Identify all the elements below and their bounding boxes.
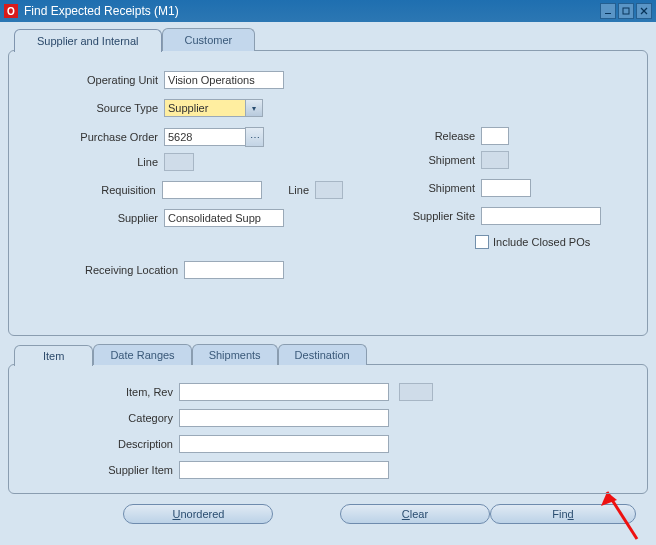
req-shipment-label: Shipment bbox=[343, 182, 481, 194]
supplier-label: Supplier bbox=[23, 212, 164, 224]
tab-destination[interactable]: Destination bbox=[278, 344, 367, 365]
purchase-order-label: Purchase Order bbox=[23, 131, 164, 143]
restore-button[interactable] bbox=[618, 3, 634, 19]
button-row: Unordered Clear Find bbox=[8, 504, 648, 524]
receiving-location-label: Receiving Location bbox=[23, 264, 184, 276]
chevron-down-icon: ▾ bbox=[252, 104, 256, 113]
description-label: Description bbox=[23, 438, 179, 450]
close-button[interactable] bbox=[636, 3, 652, 19]
supplier-site-label: Supplier Site bbox=[343, 210, 481, 222]
item-field[interactable] bbox=[179, 383, 389, 401]
po-line-label: Line bbox=[23, 156, 164, 168]
tab-item[interactable]: Item bbox=[14, 345, 93, 366]
source-type-label: Source Type bbox=[23, 102, 164, 114]
po-shipment-label: Shipment bbox=[343, 154, 481, 166]
description-field[interactable] bbox=[179, 435, 389, 453]
clear-button[interactable]: Clear bbox=[340, 504, 490, 524]
supplier-panel: Operating Unit Source Type ▾ Purchase Or… bbox=[8, 50, 648, 336]
purchase-order-field[interactable] bbox=[164, 128, 246, 146]
category-field[interactable] bbox=[179, 409, 389, 427]
top-tab-row: Supplier and Internal Customer bbox=[14, 28, 648, 51]
title-bar: O Find Expected Receipts (M1) bbox=[0, 0, 656, 22]
find-button[interactable]: Find bbox=[490, 504, 636, 524]
window-title: Find Expected Receipts (M1) bbox=[24, 4, 600, 18]
item-rev-label: Item, Rev bbox=[23, 386, 179, 398]
supplier-item-label: Supplier Item bbox=[23, 464, 179, 476]
checkbox-icon bbox=[475, 235, 489, 249]
source-type-dropdown-button[interactable]: ▾ bbox=[246, 99, 263, 117]
source-type-value[interactable] bbox=[164, 99, 246, 117]
req-shipment-field[interactable] bbox=[481, 179, 531, 197]
lower-tab-row: Item Date Ranges Shipments Destination bbox=[14, 344, 648, 365]
tab-supplier-and-internal[interactable]: Supplier and Internal bbox=[14, 29, 162, 52]
req-line-label: Line bbox=[262, 184, 315, 196]
po-shipment-field bbox=[481, 151, 509, 169]
minimize-button[interactable] bbox=[600, 3, 616, 19]
tab-date-ranges[interactable]: Date Ranges bbox=[93, 344, 191, 365]
supplier-field[interactable] bbox=[164, 209, 284, 227]
supplier-site-field[interactable] bbox=[481, 207, 601, 225]
tab-customer[interactable]: Customer bbox=[162, 28, 256, 51]
receiving-location-field[interactable] bbox=[184, 261, 284, 279]
ellipsis-icon: ⋯ bbox=[250, 132, 260, 143]
include-closed-pos-label: Include Closed POs bbox=[493, 236, 590, 248]
svg-rect-1 bbox=[623, 8, 629, 14]
req-line-field bbox=[315, 181, 343, 199]
operating-unit-label: Operating Unit bbox=[23, 74, 164, 86]
item-panel: Item, Rev Category Description Supplier … bbox=[8, 364, 648, 494]
operating-unit-field[interactable] bbox=[164, 71, 284, 89]
release-label: Release bbox=[343, 130, 481, 142]
requisition-label: Requisition bbox=[23, 184, 162, 196]
po-line-field bbox=[164, 153, 194, 171]
oracle-app-icon: O bbox=[4, 4, 18, 18]
tab-shipments[interactable]: Shipments bbox=[192, 344, 278, 365]
svg-rect-0 bbox=[605, 13, 611, 14]
category-label: Category bbox=[23, 412, 179, 424]
release-field[interactable] bbox=[481, 127, 509, 145]
supplier-item-field[interactable] bbox=[179, 461, 389, 479]
purchase-order-lov-button[interactable]: ⋯ bbox=[245, 127, 264, 147]
client-area: Supplier and Internal Customer Operating… bbox=[0, 22, 656, 530]
unordered-button[interactable]: Unordered bbox=[123, 504, 273, 524]
requisition-field[interactable] bbox=[162, 181, 262, 199]
source-type-combo[interactable]: ▾ bbox=[164, 99, 263, 117]
window-controls bbox=[600, 3, 652, 19]
include-closed-pos-checkbox[interactable]: Include Closed POs bbox=[475, 235, 590, 249]
rev-field bbox=[399, 383, 433, 401]
